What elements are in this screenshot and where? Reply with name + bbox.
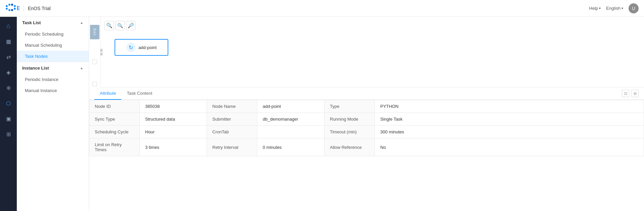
sidebar-section-task-list[interactable]: Task List ▲ (17, 17, 89, 29)
canvas-section: Set ▸ ▸ 🔍 (89, 17, 644, 87)
sidebar-item-manual-instance[interactable]: Manual Instance (17, 85, 89, 96)
left-panel: Set ▸ ▸ (89, 17, 100, 87)
attr-label: Node Name (207, 100, 257, 113)
attr-label: Submitter (207, 113, 257, 126)
app-name: EnOS Trial (28, 6, 51, 11)
row-checkboxes (92, 59, 97, 86)
canvas-area: 🔍 🔍 🔎 ↻ add-point (100, 17, 644, 87)
nav-icon-connect[interactable]: ⊕ (0, 80, 17, 95)
row-checkbox-2[interactable] (92, 82, 97, 86)
instance-list-chevron-icon: ▲ (80, 66, 83, 70)
top-bar: EnOS EnOS Trial Help ▾ English ▾ U (0, 0, 644, 17)
main-layout: ⌂ ▦ ⇄ ◈ ⊕ ⬡ ▣ ⊞ Task List ▲ Periodic Sch… (0, 17, 644, 211)
attr-value: 0 minutes (257, 138, 325, 156)
table-row: Node ID 385038 Node Name add-point Type … (89, 100, 644, 113)
attr-label: Scheduling Cycle (89, 126, 140, 138)
content-area: Set ▸ ▸ 🔍 (89, 17, 644, 211)
table-row: Scheduling Cycle Hour CronTab Timeout (m… (89, 126, 644, 138)
svg-point-3 (14, 5, 16, 7)
icon-bar: ⌂ ▦ ⇄ ◈ ⊕ ⬡ ▣ ⊞ (0, 17, 17, 211)
zoom-out-icon: 🔎 (128, 23, 134, 29)
row-checkbox-1[interactable] (92, 59, 97, 64)
tab-bar: Attribute Task Content ⊡ ⊟ (89, 87, 644, 100)
attr-value: Single Task (375, 113, 644, 126)
node-icon: ↻ (126, 43, 136, 52)
table-row: Limit on Retry Times 3 times Retry Inter… (89, 138, 644, 156)
top-bar-right: Help ▾ English ▾ U (589, 3, 639, 13)
sidebar-item-periodic-scheduling[interactable]: Periodic Scheduling (17, 29, 89, 40)
attr-value: PYTHON (375, 100, 644, 113)
svg-point-0 (6, 5, 8, 7)
zoom-out-button[interactable]: 🔎 (126, 21, 135, 30)
attr-label: Running Mode (325, 113, 375, 126)
attr-label: Retry Interval (207, 138, 257, 156)
nav-icon-dashboard[interactable]: ▦ (0, 34, 17, 49)
zoom-in-icon: 🔍 (106, 23, 113, 29)
nav-icon-home[interactable]: ⌂ (0, 18, 17, 34)
task-list-chevron-icon: ▲ (80, 21, 83, 25)
sidebar-item-manual-scheduling[interactable]: Manual Scheduling (17, 40, 89, 51)
enos-logo-icon: EnOS (5, 3, 19, 13)
add-point-node[interactable]: ↻ add-point (115, 39, 168, 56)
attr-value: 3 times (140, 138, 207, 156)
nav-icon-analytics[interactable]: ⬡ (0, 95, 17, 111)
attribute-table: Node ID 385038 Node Name add-point Type … (89, 100, 644, 156)
sidebar-item-task-nodes[interactable]: Task Nodes (17, 51, 89, 62)
svg-point-1 (8, 4, 10, 6)
attr-label: Type (325, 100, 375, 113)
attr-value: No (375, 138, 644, 156)
nav-icon-data[interactable]: ◈ (0, 65, 17, 80)
language-chevron-icon: ▾ (621, 6, 623, 10)
attr-label: Timeout (min) (325, 126, 375, 138)
collapse-arrows: ▸ ▸ (100, 49, 103, 56)
attr-value: Hour (140, 126, 207, 138)
attr-value: 385038 (140, 100, 207, 113)
sidebar: Task List ▲ Periodic Scheduling Manual S… (17, 17, 89, 211)
attribute-table-container: Node ID 385038 Node Name add-point Type … (89, 100, 644, 211)
bottom-panel: Attribute Task Content ⊡ ⊟ Node ID (89, 87, 644, 211)
panel-expand-icon[interactable]: ⊡ (622, 90, 629, 97)
zoom-reset-button[interactable]: 🔍 (115, 21, 125, 30)
zoom-in-button[interactable]: 🔍 (104, 21, 114, 30)
nav-icon-report[interactable]: ⊞ (0, 126, 17, 142)
set-button[interactable]: Set (90, 25, 99, 39)
tab-task-content[interactable]: Task Content (121, 87, 158, 100)
nav-icon-workflow[interactable]: ⇄ (0, 49, 17, 65)
svg-point-4 (6, 8, 8, 10)
node-label: add-point (138, 45, 157, 50)
canvas-toolbar: 🔍 🔍 🔎 (104, 21, 640, 30)
attr-value: db_demomanager (257, 113, 325, 126)
zoom-reset-icon: 🔍 (117, 23, 123, 28)
collapse-up-icon[interactable]: ▸ (100, 49, 103, 52)
attr-value (257, 126, 325, 138)
attr-value: 300 minutes (375, 126, 644, 138)
divider (24, 5, 24, 12)
logo-area: EnOS (5, 3, 19, 13)
attr-label: Limit on Retry Times (89, 138, 140, 156)
svg-point-5 (8, 9, 10, 11)
sidebar-section-instance-list[interactable]: Instance List ▲ (17, 62, 89, 74)
svg-point-6 (11, 9, 13, 11)
top-bar-left: EnOS EnOS Trial (5, 3, 51, 13)
nav-icon-monitor[interactable]: ▣ (0, 111, 17, 126)
svg-text:EnOS: EnOS (17, 5, 19, 11)
tab-panel-icons: ⊡ ⊟ (622, 90, 639, 97)
sidebar-item-periodic-instance[interactable]: Periodic Instance (17, 74, 89, 85)
panel-collapse-icon[interactable]: ⊟ (631, 90, 639, 97)
svg-point-2 (11, 4, 13, 6)
tab-attribute[interactable]: Attribute (94, 87, 121, 100)
attr-label: Node ID (89, 100, 140, 113)
node-container: ↻ add-point (104, 36, 640, 59)
attr-value: add-point (257, 100, 325, 113)
help-button[interactable]: Help ▾ (589, 6, 601, 11)
attr-label: CronTab (207, 126, 257, 138)
table-row: Sync Type Structured data Submitter db_d… (89, 113, 644, 126)
avatar[interactable]: U (629, 3, 639, 13)
attr-label: Sync Type (89, 113, 140, 126)
attr-label: Allow Reference (325, 138, 375, 156)
svg-point-7 (14, 8, 16, 10)
attr-value: Structured data (140, 113, 207, 126)
help-chevron-icon: ▾ (599, 6, 601, 10)
collapse-down-icon[interactable]: ▸ (100, 52, 103, 56)
language-selector[interactable]: English ▾ (606, 6, 623, 11)
